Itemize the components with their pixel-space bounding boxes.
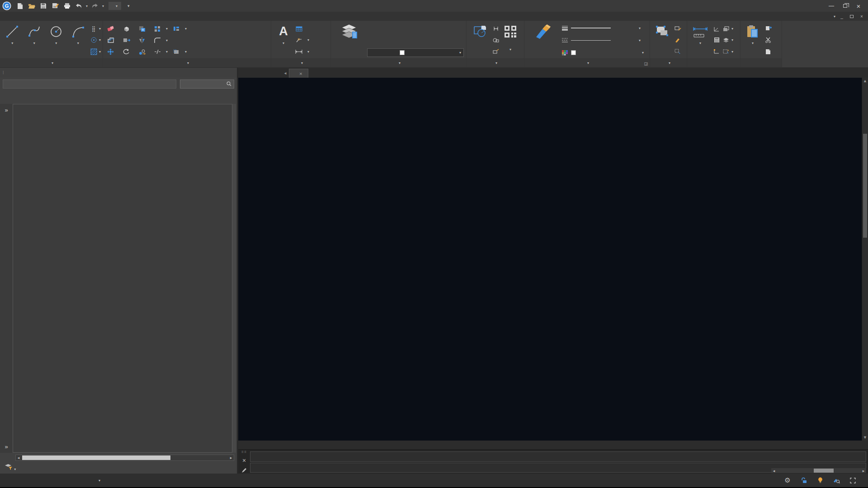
- layer-properties-button[interactable]: [333, 22, 365, 58]
- panel-label-capa[interactable]: ▾: [331, 58, 466, 67]
- doc-minimize-button[interactable]: _: [838, 14, 845, 19]
- panel-label-propiedades[interactable]: ▾: [524, 58, 650, 67]
- gstarcad-logo-icon[interactable]: G: [0, 0, 14, 12]
- collapse-filters-chevron-icon[interactable]: »: [5, 443, 8, 450]
- redo-dropdown-caret[interactable]: ▾: [102, 4, 104, 8]
- group-edit-icon[interactable]: [674, 37, 682, 44]
- layer-filter-rail[interactable]: »»: [0, 104, 13, 453]
- copy-nested-icon[interactable]: [722, 25, 730, 33]
- explode-button[interactable]: [122, 24, 133, 34]
- quick-select-icon[interactable]: [722, 48, 730, 55]
- appearance-dropdown[interactable]: ▾: [832, 14, 835, 19]
- erase-button[interactable]: [106, 24, 117, 34]
- match-properties-button[interactable]: [526, 22, 560, 58]
- leader-button[interactable]: [304, 35, 306, 45]
- boolean-operation-button[interactable]: [137, 24, 149, 34]
- panel-label-utilidades[interactable]: [687, 58, 740, 67]
- array-caret[interactable]: ▾: [166, 27, 168, 31]
- stretch-button[interactable]: [122, 35, 133, 45]
- undo-dropdown-caret[interactable]: ▾: [86, 4, 88, 8]
- document-tab[interactable]: ×: [289, 69, 308, 78]
- block-scale-icon[interactable]: [492, 25, 500, 33]
- move-button[interactable]: [106, 47, 117, 57]
- tab-scroll-left-icon[interactable]: ◂: [282, 70, 289, 75]
- panel-label-cambio[interactable]: ▾: [103, 58, 271, 67]
- hscroll-left-arrow-icon[interactable]: ◂: [16, 455, 21, 460]
- command-grip-icon[interactable]: ⠿⠿: [241, 450, 247, 454]
- cmd-scroll-left-icon[interactable]: ◂: [771, 469, 777, 473]
- hardware-accel-bulb-icon[interactable]: [815, 475, 826, 486]
- rectangle-edit-icon[interactable]: [172, 48, 180, 56]
- layer-copy-caret[interactable]: ▾: [731, 38, 733, 42]
- doc-restore-button[interactable]: [848, 14, 855, 19]
- paste-special-icon[interactable]: [764, 48, 772, 55]
- minimize-button[interactable]: —: [826, 1, 837, 10]
- linetype-control[interactable]: ▾: [561, 36, 648, 45]
- panel-label-anotar[interactable]: ▾: [271, 58, 330, 67]
- panel-grip-icon[interactable]: ⁞: [3, 70, 5, 75]
- color-control[interactable]: ▾: [561, 48, 648, 57]
- print-icon[interactable]: [62, 2, 71, 10]
- clean-tools-icon[interactable]: [831, 475, 842, 486]
- layer-table-vscrollbar[interactable]: [232, 104, 236, 453]
- panel-label-grupos[interactable]: ▾: [650, 58, 687, 67]
- align-caret[interactable]: ▾: [185, 27, 187, 31]
- fillet-icon[interactable]: [153, 37, 161, 44]
- angle-measure-icon[interactable]: [712, 25, 721, 33]
- polyline-button[interactable]: ▾: [24, 22, 45, 58]
- array-icon[interactable]: [153, 25, 161, 33]
- workspace-combo[interactable]: ▾: [108, 2, 121, 10]
- copy-button[interactable]: [137, 47, 149, 57]
- layer-copy-icon[interactable]: [722, 37, 730, 44]
- filter-status-icon[interactable]: ▾: [5, 464, 16, 471]
- table-button[interactable]: [304, 24, 306, 34]
- circle-button[interactable]: ▾: [46, 22, 67, 58]
- hatch-icon[interactable]: [90, 48, 98, 55]
- point-grid-caret[interactable]: ▾: [99, 27, 101, 31]
- annotation-scale-control[interactable]: ▾: [94, 479, 102, 483]
- linear-dimension-button[interactable]: [304, 47, 306, 56]
- command-hscrollbar[interactable]: ◂ ▸: [771, 468, 866, 473]
- block-attrib-icon[interactable]: [492, 48, 500, 55]
- copy-nested-caret[interactable]: ▾: [731, 27, 733, 31]
- restore-button[interactable]: [839, 1, 851, 10]
- ungroup-icon[interactable]: [674, 25, 682, 33]
- panel-label-dibujo[interactable]: ▾: [0, 58, 103, 67]
- lineweight-control[interactable]: ▾: [561, 23, 648, 33]
- hscroll-thumb[interactable]: [22, 455, 170, 460]
- block-edit-icon[interactable]: [492, 37, 500, 44]
- break-icon[interactable]: [153, 48, 161, 56]
- corner-point-icon[interactable]: [712, 48, 721, 55]
- break-caret[interactable]: ▾: [166, 50, 168, 54]
- linear-dimension-caret[interactable]: ▾: [307, 50, 309, 54]
- unlock-ui-icon[interactable]: [798, 475, 809, 486]
- panel-label-portapapeles[interactable]: [741, 58, 782, 67]
- insert-block-button[interactable]: [468, 22, 491, 58]
- leader-caret[interactable]: ▾: [307, 38, 309, 42]
- redo-icon[interactable]: [90, 2, 99, 10]
- viewport-vscrollbar[interactable]: ▲ ▼: [862, 78, 868, 441]
- offset-button[interactable]: [106, 35, 117, 45]
- align-icon[interactable]: [172, 25, 180, 33]
- layer-search-input[interactable]: [180, 80, 234, 89]
- close-button[interactable]: ×: [853, 1, 864, 10]
- point-grid-icon[interactable]: ⣿: [90, 25, 98, 33]
- save-icon[interactable]: [39, 2, 48, 10]
- save-as-icon[interactable]: [51, 2, 60, 10]
- fillet-caret[interactable]: ▾: [166, 38, 168, 42]
- hatch-caret[interactable]: ▾: [99, 50, 101, 54]
- settings-gear-icon[interactable]: ⚙: [782, 475, 793, 486]
- model-space-viewport[interactable]: ▲ ▼: [238, 78, 868, 441]
- copy-clip-icon[interactable]: [764, 25, 772, 33]
- cmd-scroll-right-icon[interactable]: ▸: [861, 469, 866, 473]
- cad-drawing[interactable]: [238, 78, 862, 441]
- center-circle-icon[interactable]: [90, 37, 98, 44]
- hscroll-right-arrow-icon[interactable]: ▸: [228, 455, 234, 460]
- text-button[interactable]: A ▾: [273, 22, 294, 58]
- layer-panel-header[interactable]: ⁞: [0, 68, 237, 78]
- new-file-icon[interactable]: [15, 2, 24, 10]
- propiedades-dialog-launcher-icon[interactable]: ◲: [644, 61, 648, 66]
- group-select-icon[interactable]: [674, 48, 682, 55]
- expand-filters-chevron-icon[interactable]: »: [5, 107, 8, 113]
- vscroll-up-icon[interactable]: ▲: [862, 78, 868, 84]
